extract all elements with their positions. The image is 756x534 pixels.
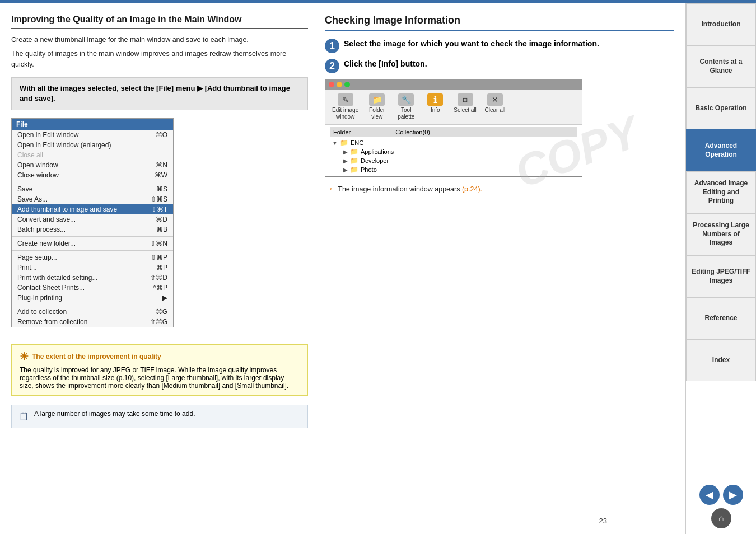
menu-sep-1	[12, 182, 173, 182]
step1-number: 1	[325, 39, 339, 53]
folder-icon-applications: 📁	[350, 148, 358, 156]
menu-item-contact-sheet[interactable]: Contact Sheet Prints...^⌘P	[12, 283, 173, 293]
tree-arrow-photo: ▶	[343, 167, 348, 173]
menu-item-save[interactable]: Save⌘S	[12, 184, 173, 194]
left-body2: The quality of images in the main window…	[11, 49, 308, 70]
folder-view-icon: 📁	[369, 93, 385, 106]
page-layout: Improving the Quality of an Image in the…	[0, 3, 756, 534]
tb-btn-clear-all[interactable]: ✕ Clear all	[481, 92, 509, 122]
result-text: → The image information window appears (…	[325, 184, 674, 194]
left-section-title: Improving the Quality of an Image in the…	[11, 15, 308, 29]
tree-label-applications: Applications	[361, 148, 394, 155]
result-arrow-icon: →	[325, 184, 334, 193]
tb-btn-select-all[interactable]: ⊞ Select all	[450, 92, 480, 122]
right-column: Checking Image Information 1 Select the …	[325, 15, 674, 428]
tree-item-eng: ▼ 📁 ENG	[330, 138, 577, 147]
menu-item-print-detailed[interactable]: Print with detailed setting...⇧⌘D	[12, 273, 173, 283]
step2-row: 2 Click the [Info] button.	[325, 59, 674, 73]
sidebar-tab-editing-jpeg[interactable]: Editing JPEG/TIFF Images	[686, 255, 756, 297]
tree-header: Folder Collection(0)	[330, 127, 577, 137]
main-content: Improving the Quality of an Image in the…	[0, 3, 685, 534]
toolbar-buttons: ✎ Edit imagewindow 📁 Folderview 🔧 Toolpa…	[325, 90, 582, 125]
sidebar-tab-processing-large[interactable]: Processing Large Numbers of Images	[686, 213, 756, 255]
tree-label-photo: Photo	[361, 166, 377, 173]
menu-item-batch[interactable]: Batch process...⌘B	[12, 224, 173, 235]
tree-label-developer: Developer	[361, 157, 389, 164]
menu-item-create-folder[interactable]: Create new folder...⇧⌘N	[12, 238, 173, 249]
menu-item-add-collection[interactable]: Add to collection⌘G	[12, 307, 173, 317]
select-all-icon: ⊞	[458, 93, 473, 106]
tree-folder-label: Folder	[333, 129, 351, 135]
tree-arrow-developer: ▶	[343, 158, 348, 164]
left-column: Improving the Quality of an Image in the…	[11, 15, 308, 428]
menu-item-close-all: Close all	[12, 150, 173, 160]
menu-item-page-setup[interactable]: Page setup...⇧⌘P	[12, 252, 173, 263]
nav-arrows: ◀ ▶	[699, 485, 743, 505]
traffic-light-green	[344, 82, 350, 87]
sidebar-nav: ◀ ▶ ⌂	[686, 479, 756, 534]
left-body1: Create a new thumbnail image for the mai…	[11, 35, 308, 45]
tree-collection-label: Collection(0)	[395, 129, 430, 135]
tree-label-eng: ENG	[351, 139, 364, 146]
step1-row: 1 Select the image for which you want to…	[325, 39, 674, 53]
menu-item-open-window[interactable]: Open window⌘N	[12, 160, 173, 170]
result-link[interactable]: (p.24).	[462, 185, 482, 193]
menu-item-remove-collection[interactable]: Remove from collection⇧⌘G	[12, 317, 173, 327]
edit-image-icon: ✎	[338, 93, 353, 106]
note-icon: 🗒	[18, 410, 30, 423]
step2-number: 2	[325, 59, 339, 73]
folder-icon-eng: 📁	[340, 139, 348, 147]
toolbar-mockup: ✎ Edit imagewindow 📁 Folderview 🔧 Toolpa…	[325, 79, 582, 177]
info-icon: ℹ	[427, 93, 443, 106]
tb-btn-info[interactable]: ℹ Info	[421, 92, 449, 122]
note-text: A large number of images may take some t…	[34, 410, 195, 418]
menu-item-save-as[interactable]: Save As...⇧⌘S	[12, 194, 173, 204]
result-description: The image information window appears	[338, 185, 460, 193]
menu-item-close-window[interactable]: Close window⌘W	[12, 170, 173, 180]
menu-item-add-thumbnail[interactable]: Add thumbnail to image and save⇧⌘T	[12, 204, 173, 214]
toolbar-tree: Folder Collection(0) ▼ 📁 ENG ▶ 📁 Applica…	[325, 125, 582, 176]
step1-text: Select the image for which you want to c…	[344, 39, 674, 50]
tip-icon: ☀	[20, 350, 29, 363]
folder-icon-developer: 📁	[350, 157, 358, 165]
content-columns: Improving the Quality of an Image in the…	[11, 15, 674, 428]
tb-btn-folder-view[interactable]: 📁 Folderview	[363, 92, 391, 122]
tool-palette-icon: 🔧	[398, 93, 414, 106]
menu-item-open-edit-enlarged[interactable]: Open in Edit window (enlarged)	[12, 140, 173, 150]
menu-sep-2	[12, 236, 173, 237]
tip-title: The extent of the improvement in quality	[32, 353, 161, 360]
right-sidebar: Introduction Contents at a Glance Basic …	[685, 3, 756, 534]
menu-item-open-edit[interactable]: Open in Edit window⌘O	[12, 130, 173, 140]
file-menu: File Open in Edit window⌘O Open in Edit …	[11, 118, 174, 327]
sidebar-tab-reference[interactable]: Reference	[686, 297, 756, 339]
page-number: 23	[599, 517, 607, 525]
menu-sep-3	[12, 250, 173, 251]
sidebar-tab-advanced-operation[interactable]: Advanced Operation	[686, 129, 756, 171]
nav-home-button[interactable]: ⌂	[711, 508, 731, 528]
right-section-title: Checking Image Information	[325, 15, 674, 31]
traffic-light-yellow	[337, 82, 342, 87]
sidebar-tab-contents[interactable]: Contents at a Glance	[686, 45, 756, 87]
step2-text: Click the [Info] button.	[344, 59, 674, 70]
tree-item-photo: ▶ 📁 Photo	[330, 165, 577, 174]
tb-btn-tool-palette[interactable]: 🔧 Toolpalette	[392, 92, 420, 122]
sidebar-tab-basic-operation[interactable]: Basic Operation	[686, 87, 756, 129]
menu-item-print[interactable]: Print...⌘P	[12, 263, 173, 273]
file-menu-header: File	[12, 119, 173, 130]
sidebar-tab-index[interactable]: Index	[686, 339, 756, 381]
sidebar-tab-introduction[interactable]: Introduction	[686, 3, 756, 45]
toolbar-titlebar	[325, 79, 582, 90]
menu-item-plugin-printing[interactable]: Plug-in printing▶	[12, 293, 173, 303]
tree-item-applications: ▶ 📁 Applications	[330, 147, 577, 156]
sidebar-tab-advanced-image-editing[interactable]: Advanced Image Editing and Printing	[686, 171, 756, 213]
menu-item-convert-save[interactable]: Convert and save...⌘D	[12, 214, 173, 224]
nav-prev-button[interactable]: ◀	[699, 485, 720, 505]
nav-next-button[interactable]: ▶	[723, 485, 743, 505]
folder-icon-photo: 📁	[350, 166, 358, 174]
clear-all-icon: ✕	[487, 93, 503, 106]
tip-box: ☀ The extent of the improvement in quali…	[11, 344, 308, 396]
tip-header: ☀ The extent of the improvement in quali…	[20, 350, 300, 363]
tb-btn-edit-image[interactable]: ✎ Edit imagewindow	[329, 92, 362, 122]
note-box: 🗒 A large number of images may take some…	[11, 405, 308, 428]
tree-arrow-eng: ▼	[332, 140, 338, 146]
